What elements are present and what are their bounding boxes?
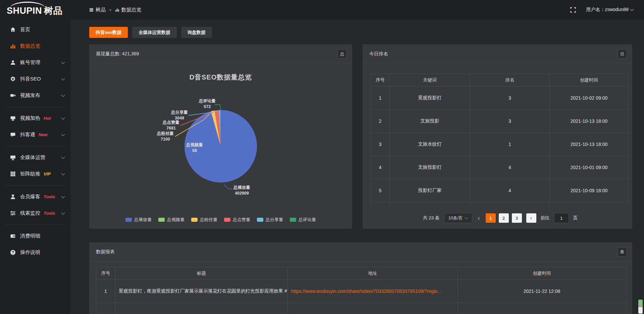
legend-item-总评论量[interactable]: 总评论量 bbox=[290, 217, 316, 223]
fullscreen-icon[interactable] bbox=[570, 7, 576, 13]
table-cell: 3 bbox=[470, 87, 550, 110]
breadcrumb-label: 树品 bbox=[96, 7, 106, 13]
floating-widget-top bbox=[638, 300, 643, 307]
header-cell: 序号 bbox=[371, 74, 390, 87]
logo-text: SHUPIN树品 bbox=[7, 5, 63, 17]
legend-item-总视频量[interactable]: 总视频量 bbox=[158, 217, 184, 223]
table-cell bbox=[288, 303, 458, 314]
page-size-select[interactable]: 10条/页 bbox=[444, 213, 472, 223]
table-row: 1景观投影灯，夜游景观投影灯厂家展示展示落花灯在花园里的灯光投影应用效果 #ht… bbox=[96, 280, 626, 303]
table-link-cell[interactable]: https://www.iesdouyin.com/share/video/70… bbox=[288, 280, 458, 303]
report-panel-header: 数据报表 表 bbox=[89, 242, 632, 262]
overview-corner-button[interactable]: 总 bbox=[337, 49, 347, 59]
sidebar-item-chat[interactable]: 抖客通New bbox=[0, 126, 70, 143]
sidebar-item-user[interactable]: 账号管理 bbox=[0, 54, 70, 71]
page-button-1[interactable]: 1 bbox=[486, 213, 496, 223]
legend-swatch bbox=[191, 218, 198, 222]
tab-0[interactable]: 抖音seo数据 bbox=[89, 27, 128, 38]
report-table: 序号标题地址创建时间1景观投影灯，夜游景观投影灯厂家展示展示落花灯在花园里的灯光… bbox=[96, 267, 626, 314]
next-page-button[interactable]: › bbox=[526, 213, 536, 223]
table-cell: 3 bbox=[470, 110, 550, 133]
legend-item-总播放量[interactable]: 总播放量 bbox=[125, 217, 152, 223]
sidebar-item-sliders[interactable]: 线索监控Tools bbox=[0, 205, 70, 221]
table-row: 4文旅投影灯42021-10-01 09:00 bbox=[371, 156, 629, 179]
table-cell bbox=[390, 202, 470, 206]
legend-item-总粉丝量[interactable]: 总粉丝量 bbox=[191, 217, 217, 223]
sidebar-divider bbox=[5, 224, 66, 225]
chart-icon bbox=[115, 8, 119, 12]
table-cell: 文旅投影灯 bbox=[390, 156, 470, 179]
goto-page-input[interactable] bbox=[554, 213, 569, 223]
chevron-down-icon bbox=[630, 7, 634, 11]
report-corner-button[interactable]: 表 bbox=[618, 247, 627, 257]
username-label: 用户名：zswodun88 bbox=[586, 7, 629, 13]
sidebar-item-label: 视频加热 bbox=[20, 115, 40, 121]
sidebar-item-monitor[interactable]: 全媒体运营 bbox=[0, 149, 70, 166]
chevron-down-icon bbox=[61, 171, 65, 175]
sidebar-item-question[interactable]: 操作说明 bbox=[0, 244, 70, 261]
wallet-icon bbox=[10, 233, 16, 239]
sidebar-item-wallet[interactable]: 消费明细 bbox=[0, 228, 70, 244]
prev-page-button[interactable]: ‹ bbox=[477, 215, 481, 222]
pie-label-value: 402909 bbox=[218, 191, 265, 196]
sidebar-item-label: 视频发布 bbox=[20, 92, 40, 99]
page-buttons: 123 bbox=[486, 213, 522, 223]
app-root: SHUPIN树品 树品 > 数据总览 用户名：zswodun88 首页数据总览账… bbox=[0, 0, 644, 314]
logo-cn: 树品 bbox=[44, 6, 63, 16]
pie-label-总评论量: 总评论量572 bbox=[184, 98, 231, 110]
pie-label-总视频量: 总视频量58 bbox=[171, 142, 218, 154]
table-cell: 景观投影灯 bbox=[390, 87, 470, 110]
pie-label-总粉丝量: 总粉丝量7100 bbox=[142, 131, 189, 142]
tab-2[interactable]: 询盘数据 bbox=[181, 27, 212, 38]
sidebar-item-chart[interactable]: 数据总览 bbox=[0, 38, 70, 54]
sidebar-divider bbox=[5, 107, 66, 107]
sidebar-divider bbox=[5, 146, 66, 146]
brand-logo[interactable]: SHUPIN树品 bbox=[0, 0, 70, 19]
chevron-down-icon bbox=[61, 116, 65, 119]
legend-item-总点赞量[interactable]: 总点赞量 bbox=[224, 217, 250, 223]
table-cell bbox=[470, 202, 550, 206]
goto-label: 前往 bbox=[541, 215, 550, 221]
header-right: 用户名：zswodun88 bbox=[570, 7, 644, 13]
ranking-panel: 今日排名 日 序号关键词排名创建时间1景观投影灯32021-10-02 09:0… bbox=[363, 44, 632, 229]
legend-item-总分享量[interactable]: 总分享量 bbox=[257, 217, 283, 223]
pie-chart: D音SEO数据量总览 总播放量402909总视频量58总粉丝量7100总点赞量7… bbox=[89, 64, 352, 229]
pie-label-value: 7681 bbox=[148, 125, 195, 131]
table-cell: 2021-10-09 18:00 bbox=[550, 179, 629, 202]
sidebar-divider bbox=[5, 185, 66, 186]
pie-label-总播放量: 总播放量402909 bbox=[218, 185, 265, 196]
breadcrumb-item-home[interactable]: 树品 bbox=[89, 7, 106, 13]
sidebar-item-home[interactable]: 首页 bbox=[0, 21, 70, 38]
breadcrumb-item-current[interactable]: 数据总览 bbox=[115, 7, 142, 13]
sidebar-nav: 首页数据总览账号管理抖音SEO视频发布视频加热Hot抖客通New全媒体运营矩阵助… bbox=[0, 19, 70, 314]
pie-svg bbox=[89, 64, 352, 229]
table-row: 5投影灯厂家42021-10-09 18:00 bbox=[371, 179, 629, 202]
page-button-2[interactable]: 2 bbox=[499, 213, 509, 223]
sidebar-item-grid[interactable]: 矩阵助推VIP bbox=[0, 166, 70, 182]
video-icon bbox=[10, 93, 16, 98]
grid-icon bbox=[10, 171, 16, 177]
table-header-row: 序号关键词排名创建时间 bbox=[371, 74, 629, 87]
data-tabs: 抖音seo数据全媒体运营数据询盘数据 bbox=[89, 27, 212, 38]
chart-icon bbox=[10, 43, 16, 49]
table-cell: 2021-10-13 18:00 bbox=[550, 133, 629, 156]
member-icon bbox=[10, 194, 16, 200]
table-cell: 4 bbox=[470, 156, 550, 179]
user-menu[interactable]: 用户名：zswodun88 bbox=[586, 7, 633, 13]
sidebar-item-video[interactable]: 视频发布 bbox=[0, 87, 70, 104]
floating-widget[interactable] bbox=[638, 300, 643, 314]
question-icon bbox=[10, 250, 16, 255]
sidebar-item-label: 线索监控 bbox=[20, 210, 40, 216]
page-button-3[interactable]: 3 bbox=[512, 213, 522, 223]
tab-1[interactable]: 全媒体运营数据 bbox=[132, 27, 177, 38]
sidebar-item-member[interactable]: 会员爆客Tools bbox=[0, 189, 70, 205]
table-cell: 景观投影灯，夜游景观投影灯厂家展示展示落花灯在花园里的灯光投影应用效果 # bbox=[115, 280, 288, 303]
header-cell: 标题 bbox=[115, 267, 288, 280]
legend-label: 总视频量 bbox=[167, 217, 184, 223]
sidebar-item-screen[interactable]: 视频加热Hot bbox=[0, 110, 70, 126]
ranking-corner-button[interactable]: 日 bbox=[618, 49, 627, 59]
sidebar-item-gear[interactable]: 抖音SEO bbox=[0, 71, 70, 87]
table-row: 2文旅投影32021-10-13 18:00 bbox=[371, 110, 629, 133]
legend-swatch bbox=[158, 218, 165, 222]
ranking-table: 序号关键词排名创建时间1景观投影灯32021-10-02 09:002文旅投影3… bbox=[371, 74, 629, 206]
